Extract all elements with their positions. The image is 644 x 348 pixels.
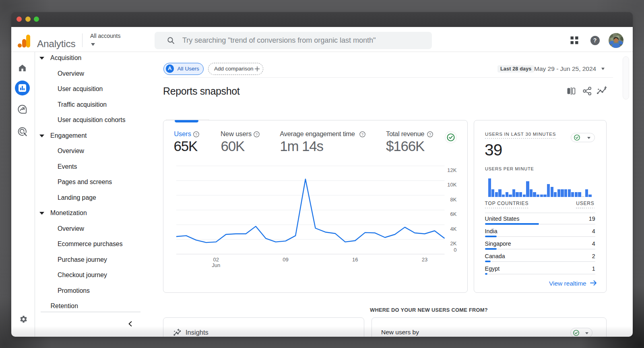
svg-text:Jun: Jun [212, 262, 220, 268]
svg-text:12K: 12K [447, 167, 456, 173]
svg-text:2K: 2K [450, 241, 456, 247]
svg-text:6K: 6K [450, 211, 456, 218]
svg-text:?: ? [255, 132, 257, 137]
svg-text:?: ? [361, 132, 363, 137]
svg-text:09: 09 [283, 257, 288, 263]
svg-text:?: ? [195, 132, 197, 137]
svg-text:8K: 8K [450, 197, 456, 203]
svg-text:?: ? [429, 132, 431, 137]
svg-text:16: 16 [352, 257, 358, 263]
svg-text:0: 0 [454, 247, 456, 253]
svg-text:23: 23 [421, 257, 427, 263]
svg-text:4K: 4K [450, 226, 456, 232]
svg-text:10K: 10K [447, 182, 456, 188]
